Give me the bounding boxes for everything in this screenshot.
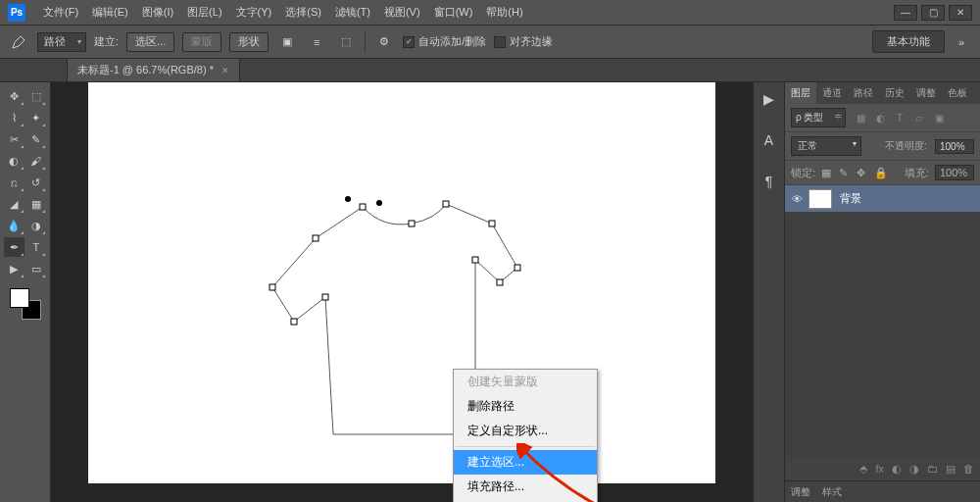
options-bar: 路径 建立: 选区... 蒙版 形状 ▣ ≡ ⬚ ⚙ ✓自动添加/删除 对齐边缘… <box>0 25 980 59</box>
link-icon[interactable]: ⬘ <box>859 463 867 476</box>
mode-dropdown[interactable]: 路径 <box>37 32 86 52</box>
brush-tool[interactable]: 🖌 <box>26 151 47 171</box>
new-layer-icon[interactable]: ▤ <box>946 463 956 476</box>
menu-edit[interactable]: 编辑(E) <box>86 2 134 23</box>
ctx-create-vector-mask[interactable]: 创建矢量蒙版 <box>454 370 597 394</box>
menu-bar: 文件(F) 编辑(E) 图像(I) 图层(L) 文字(Y) 选择(S) 滤镜(T… <box>37 2 529 23</box>
trash-icon[interactable]: 🗑 <box>963 463 974 475</box>
align-edge-checkbox[interactable]: 对齐边缘 <box>494 34 553 49</box>
menu-select[interactable]: 选择(S) <box>279 2 327 23</box>
color-swatch[interactable] <box>10 288 41 320</box>
lock-pos-icon[interactable]: ✥ <box>857 167 868 178</box>
tab-paths[interactable]: 路径 <box>848 82 879 104</box>
shape-button[interactable]: 形状 <box>229 32 269 52</box>
paragraph-icon[interactable]: ¶ <box>760 173 779 190</box>
menu-image[interactable]: 图像(I) <box>136 2 179 23</box>
dock-strip: ▶ A ¶ <box>753 82 784 502</box>
dodge-tool[interactable]: ◑ <box>26 216 47 235</box>
tab-adjust2[interactable]: 调整 <box>785 481 816 502</box>
blend-mode-dropdown[interactable]: 正常 <box>791 136 861 156</box>
lock-all-icon[interactable]: 🔒 <box>874 167 886 178</box>
layer-thumbnail[interactable] <box>808 189 832 209</box>
menu-filter[interactable]: 滤镜(T) <box>329 2 376 23</box>
tab-color[interactable]: 色板 <box>942 82 973 104</box>
menu-view[interactable]: 视图(V) <box>378 2 426 23</box>
gear-icon[interactable]: ⚙ <box>373 31 395 53</box>
lock-label: 锁定: <box>791 166 815 180</box>
play-icon[interactable]: ▶ <box>760 90 779 108</box>
menu-help[interactable]: 帮助(H) <box>480 2 528 23</box>
lasso-tool[interactable]: ⌇ <box>4 108 24 127</box>
arrange-icon[interactable]: ⬚ <box>335 31 357 53</box>
lock-trans-icon[interactable]: ▦ <box>821 167 833 178</box>
canvas[interactable] <box>88 82 715 483</box>
basic-function-button[interactable]: 基本功能 <box>872 30 945 53</box>
mask-icon[interactable]: ◐ <box>892 463 902 476</box>
heal-tool[interactable]: ◐ <box>4 151 24 171</box>
menu-layer[interactable]: 图层(L) <box>181 2 227 23</box>
fx-icon[interactable]: fx <box>875 463 884 475</box>
lock-paint-icon[interactable]: ✎ <box>839 167 851 178</box>
opacity-value[interactable]: 100% <box>935 139 974 154</box>
pen-tool[interactable]: ✒ <box>4 237 24 257</box>
filter-type-icon[interactable]: T <box>893 111 906 125</box>
visibility-icon[interactable]: 👁 <box>785 193 808 205</box>
layer-filter-row: ρ 类型 ▦ ◐ T ▱ ▣ <box>785 104 980 132</box>
ctx-make-selection[interactable]: 建立选区... <box>454 450 597 475</box>
history-brush-tool[interactable]: ↺ <box>26 173 47 192</box>
ctx-delete-path[interactable]: 删除路径 <box>454 394 597 419</box>
tab-channels[interactable]: 通道 <box>816 82 848 104</box>
stamp-tool[interactable]: ⎌ <box>4 173 24 192</box>
layer-list: 👁 背景 <box>785 185 980 457</box>
ctx-fill-path[interactable]: 填充路径... <box>454 475 597 499</box>
document-tab[interactable]: 未标题-1 @ 66.7%(RGB/8) * ✕ <box>67 58 240 81</box>
svg-rect-2 <box>443 201 449 207</box>
marquee-tool[interactable]: ⬚ <box>26 86 47 106</box>
blur-tool[interactable]: 💧 <box>4 216 24 235</box>
svg-rect-10 <box>313 235 318 241</box>
canvas-area[interactable]: 创建矢量蒙版 删除路径 定义自定形状... 建立选区... 填充路径... 描边… <box>51 82 753 502</box>
tab-layers[interactable]: 图层 <box>785 82 816 104</box>
filter-pixel-icon[interactable]: ▦ <box>854 111 867 125</box>
path-select-tool[interactable]: ▶ <box>4 259 24 278</box>
align-edge-label: 对齐边缘 <box>510 34 553 49</box>
combine-icon[interactable]: ▣ <box>276 31 298 53</box>
foreground-color[interactable] <box>10 288 29 308</box>
menu-window[interactable]: 窗口(W) <box>428 2 479 23</box>
fill-value[interactable]: 100% <box>935 165 974 180</box>
type-tool[interactable]: T <box>26 237 47 257</box>
tab-style[interactable]: 样式 <box>816 481 848 502</box>
eyedropper-tool[interactable]: ✎ <box>26 129 47 149</box>
tab-adjust[interactable]: 调整 <box>910 82 942 104</box>
move-tool[interactable]: ✥ <box>4 86 24 106</box>
minimize-button[interactable]: — <box>894 5 917 21</box>
close-button[interactable]: ✕ <box>949 5 972 21</box>
pen-tool-icon[interactable] <box>8 31 29 53</box>
panel-tabs-bottom: 调整 样式 <box>785 480 980 502</box>
filter-shape-icon[interactable]: ▱ <box>912 111 926 125</box>
selection-button[interactable]: 选区... <box>126 32 174 52</box>
filter-smart-icon[interactable]: ▣ <box>932 111 946 125</box>
shape-tool[interactable]: ▭ <box>26 259 47 278</box>
layer-row[interactable]: 👁 背景 <box>785 185 980 213</box>
folder-icon[interactable]: 🗀 <box>927 463 938 475</box>
maximize-button[interactable]: ▢ <box>921 5 945 21</box>
layer-name[interactable]: 背景 <box>840 191 861 206</box>
tab-history[interactable]: 历史 <box>879 82 910 104</box>
min-panel-icon[interactable]: » <box>951 31 972 53</box>
close-tab-icon[interactable]: ✕ <box>221 66 229 75</box>
gradient-tool[interactable]: ▦ <box>26 194 47 214</box>
auto-add-checkbox[interactable]: ✓自动添加/删除 <box>403 34 486 49</box>
type-panel-icon[interactable]: A <box>760 131 779 149</box>
menu-file[interactable]: 文件(F) <box>37 2 84 23</box>
menu-type[interactable]: 文字(Y) <box>230 2 278 23</box>
filter-adjust-icon[interactable]: ◐ <box>873 111 887 125</box>
align-icon[interactable]: ≡ <box>306 31 327 53</box>
crop-tool[interactable]: ✂ <box>4 129 24 149</box>
adjust-layer-icon[interactable]: ◑ <box>909 463 919 476</box>
eraser-tool[interactable]: ◢ <box>4 194 24 214</box>
wand-tool[interactable]: ✦ <box>26 108 47 127</box>
ctx-define-shape[interactable]: 定义自定形状... <box>454 419 597 443</box>
mask-button[interactable]: 蒙版 <box>182 32 221 52</box>
filter-type-dropdown[interactable]: ρ 类型 <box>791 108 846 127</box>
